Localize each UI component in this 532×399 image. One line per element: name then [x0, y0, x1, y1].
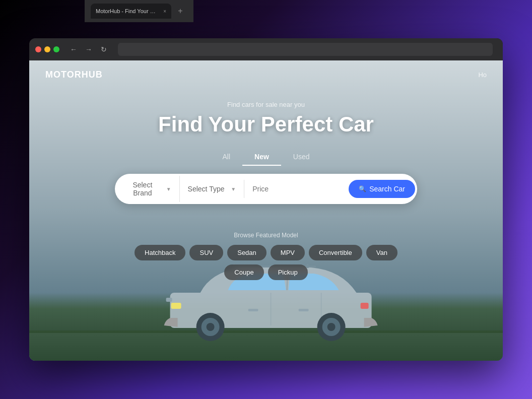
type-chevron-icon: ▼: [231, 186, 236, 192]
model-tag-hatchback[interactable]: Hatchback: [135, 245, 185, 260]
back-button[interactable]: ←: [68, 43, 80, 55]
model-tag-suv[interactable]: SUV: [189, 245, 223, 260]
search-bar: Select Brand ▼ Select Type ▼ 🔍 Search Ca…: [115, 174, 417, 204]
tab-all[interactable]: All: [210, 149, 242, 166]
model-tag-sedan[interactable]: Sedan: [227, 245, 267, 260]
traffic-lights: [35, 46, 59, 52]
minimize-window-button[interactable]: [44, 46, 50, 52]
brand-select-label: Select Brand: [123, 181, 162, 197]
brand-chevron-icon: ▼: [166, 186, 171, 192]
close-window-button[interactable]: [35, 46, 41, 52]
page-content: MOTORHUB Ho Find cars for sale near you …: [29, 60, 503, 361]
model-tag-van[interactable]: Van: [366, 245, 397, 260]
search-icon: 🔍: [359, 185, 366, 192]
nav-links: Ho: [478, 71, 487, 79]
browser-navigation: ← → ↻: [68, 43, 110, 55]
svg-point-6: [207, 323, 215, 331]
tab-used[interactable]: Used: [281, 149, 322, 166]
svg-rect-16: [248, 309, 258, 311]
site-logo: MOTORHUB: [45, 70, 103, 80]
price-input[interactable]: [244, 180, 349, 198]
search-car-button[interactable]: 🔍 Search Car: [349, 180, 415, 198]
hero-content: Find cars for sale near you Find Your Pe…: [115, 101, 417, 204]
browser-titlebar: ← → ↻ MotorHub - Find Your Perfect Car ×…: [29, 38, 503, 60]
brand-select[interactable]: Select Brand ▼: [115, 176, 180, 202]
hero-section: MOTORHUB Ho Find cars for sale near you …: [29, 60, 503, 361]
search-button-label: Search Car: [369, 185, 405, 193]
svg-rect-15: [166, 298, 172, 302]
hero-subtitle: Find cars for sale near you: [115, 101, 417, 108]
nav-link-home[interactable]: Ho: [478, 71, 487, 79]
browse-label: Browse Featured Model: [115, 232, 417, 239]
hero-title: Find Your Perfect Car: [115, 112, 417, 137]
type-select[interactable]: Select Type ▼: [180, 180, 245, 198]
filter-tabs: All New Used: [115, 149, 417, 166]
site-nav: MOTORHUB Ho: [29, 60, 503, 89]
model-tags-list: Hatchback SUV Sedan MPV Convertible Van …: [115, 245, 417, 280]
address-bar-container: [118, 43, 493, 56]
browse-featured-section: Browse Featured Model Hatchback SUV Seda…: [115, 232, 417, 280]
tab-new[interactable]: New: [242, 149, 281, 166]
model-tag-pickup[interactable]: Pickup: [268, 264, 308, 280]
svg-point-9: [327, 323, 336, 331]
model-tag-convertible[interactable]: Convertible: [309, 245, 362, 260]
svg-rect-11: [361, 303, 369, 309]
model-tag-mpv[interactable]: MPV: [271, 245, 305, 260]
svg-rect-17: [299, 309, 309, 311]
type-select-label: Select Type: [188, 185, 225, 193]
browser-window: ← → ↻ MotorHub - Find Your Perfect Car ×…: [29, 38, 503, 361]
svg-rect-10: [171, 303, 181, 309]
model-tag-coupe[interactable]: Coupe: [224, 264, 263, 280]
address-bar[interactable]: [118, 43, 493, 56]
refresh-button[interactable]: ↻: [98, 43, 110, 55]
forward-button[interactable]: →: [83, 43, 95, 55]
maximize-window-button[interactable]: [53, 46, 59, 52]
